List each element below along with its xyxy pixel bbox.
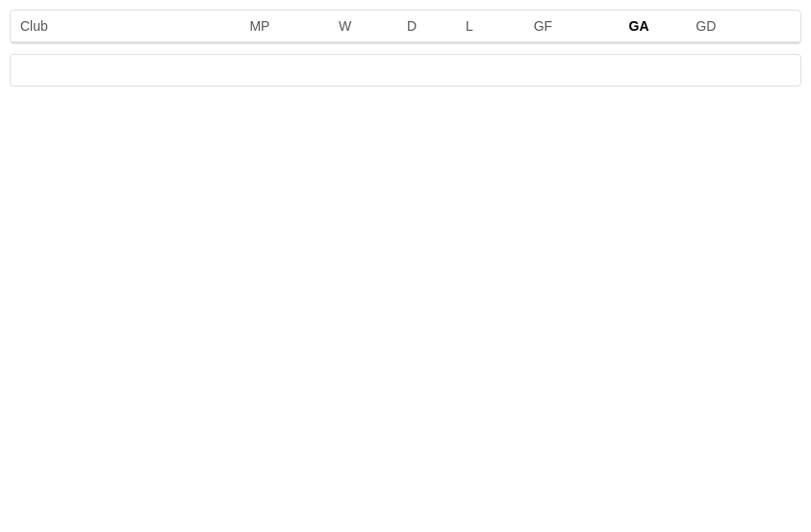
header-pts: GA (590, 11, 688, 42)
header-gd: GF (496, 11, 590, 42)
header-d: MP (211, 11, 309, 42)
header-w (183, 11, 210, 42)
header-last5: GD (688, 11, 800, 42)
legend-box (10, 54, 801, 87)
standings-table: Club MP W D L GF GA GD (11, 11, 800, 43)
header-club: Club (11, 11, 156, 42)
header-mp (156, 11, 183, 42)
header-gf: D (381, 11, 443, 42)
header-ga: L (443, 11, 496, 42)
header-l: W (309, 11, 381, 42)
standings-table-container: Club MP W D L GF GA GD (10, 10, 801, 44)
table-header-row: Club MP W D L GF GA GD (11, 11, 800, 42)
